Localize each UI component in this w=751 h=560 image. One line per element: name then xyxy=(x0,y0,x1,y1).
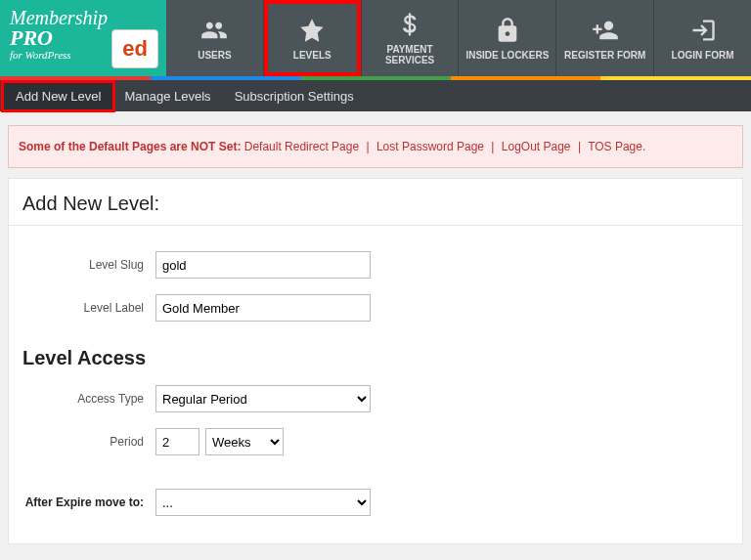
nav-lockers[interactable]: INSIDE LOCKERS xyxy=(459,0,556,76)
star-icon xyxy=(298,17,326,44)
input-level-slug[interactable] xyxy=(155,251,371,279)
row-slug: Level Slug xyxy=(9,243,742,286)
nav-label: USERS xyxy=(198,50,231,61)
select-period-unit[interactable]: Weeks xyxy=(205,428,284,455)
subnav-subscription-settings[interactable]: Subscription Settings xyxy=(223,83,366,109)
logo: Membership PRO for WordPress ed xyxy=(0,0,166,76)
row-period: Period Weeks xyxy=(9,420,742,463)
nav-label: REGISTER FORM xyxy=(564,50,645,61)
nav-label: LOGIN FORM xyxy=(672,50,734,61)
nav-label: INSIDE LOCKERS xyxy=(465,50,549,61)
alert-prefix: Some of the Default Pages are NOT Set: xyxy=(19,140,244,153)
nav-users[interactable]: USERS xyxy=(166,0,264,76)
input-level-label[interactable] xyxy=(155,294,371,322)
label-access-type: Access Type xyxy=(9,392,155,406)
logo-title: Membership xyxy=(10,8,156,27)
row-label: Level Label xyxy=(9,286,742,329)
nav-login[interactable]: LOGIN FORM xyxy=(654,0,751,76)
subnav: Add New Level Manage Levels Subscription… xyxy=(0,80,751,111)
alert-link-redirect[interactable]: Default Redirect Page xyxy=(244,140,359,153)
nav-register[interactable]: REGISTER FORM xyxy=(556,0,654,76)
subnav-add-level[interactable]: Add New Level xyxy=(4,83,112,109)
select-after-expire[interactable]: ... xyxy=(155,489,371,516)
alert-link-tos[interactable]: TOS Page xyxy=(588,140,642,153)
nav-payment[interactable]: PAYMENT SERVICES xyxy=(362,0,460,76)
label-period: Period xyxy=(9,435,155,449)
content: Some of the Default Pages are NOT Set: D… xyxy=(0,125,751,544)
topbar: Membership PRO for WordPress ed USERS LE… xyxy=(0,0,751,76)
alert-link-logout[interactable]: LogOut Page xyxy=(502,140,571,153)
panel-add-level: Add New Level: Level Slug Level Label Le… xyxy=(8,178,743,544)
nav-label: PAYMENT SERVICES xyxy=(366,44,455,65)
dollar-icon xyxy=(396,11,423,38)
alert-default-pages: Some of the Default Pages are NOT Set: D… xyxy=(8,125,743,168)
alert-link-lostpw[interactable]: Lost Password Page xyxy=(376,140,484,153)
nav-label: LEVELS xyxy=(293,50,331,61)
login-icon xyxy=(689,17,717,44)
alert-end: . xyxy=(642,140,645,153)
row-after-expire: After Expire move to: ... xyxy=(9,481,742,524)
users-icon xyxy=(200,17,228,44)
select-access-type[interactable]: Regular Period xyxy=(155,385,371,412)
label-after-expire: After Expire move to: xyxy=(9,495,155,509)
label-label: Level Label xyxy=(9,301,155,315)
input-period-num[interactable] xyxy=(155,428,199,455)
panel-title: Add New Level: xyxy=(9,179,742,226)
section-level-access: Level Access xyxy=(9,329,742,377)
subnav-manage-levels[interactable]: Manage Levels xyxy=(112,83,222,109)
main-nav: USERS LEVELS PAYMENT SERVICES INSIDE LOC… xyxy=(166,0,751,76)
logo-badge: ed xyxy=(111,29,158,68)
user-plus-icon xyxy=(592,17,619,44)
nav-levels[interactable]: LEVELS xyxy=(264,0,362,76)
color-strip xyxy=(0,76,751,80)
lock-icon xyxy=(494,17,521,44)
label-slug: Level Slug xyxy=(9,258,155,272)
row-access-type: Access Type Regular Period xyxy=(9,377,742,420)
